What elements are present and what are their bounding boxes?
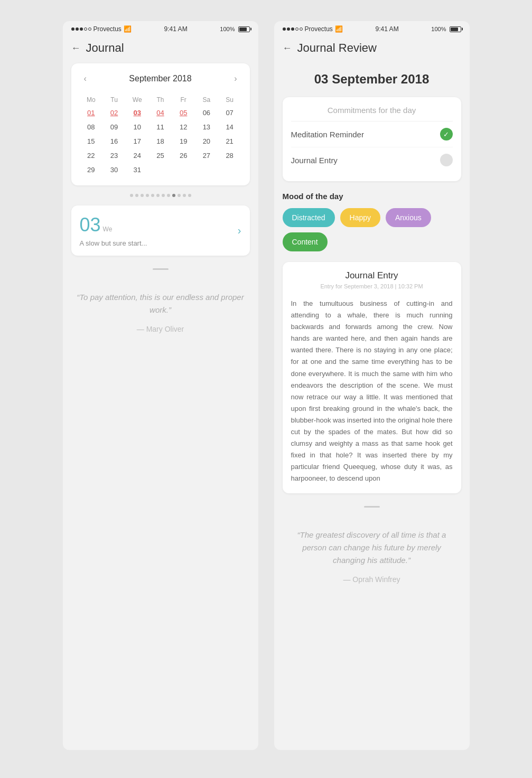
right-header: ← Journal Review (274, 37, 470, 63)
mood-chips: Distracted Happy Anxious Content (283, 208, 461, 251)
right-carrier-name: Provectus (305, 25, 333, 33)
rdot5 (300, 27, 303, 31)
weekday-tu: Tu (102, 94, 126, 106)
calendar-day-09[interactable]: 09 (102, 120, 126, 134)
left-time: 9:41 AM (164, 25, 188, 33)
calendar-next-button[interactable]: › (230, 72, 241, 86)
commitment-label-meditation: Meditation Reminder (291, 130, 364, 139)
pd3 (141, 194, 144, 197)
calendar-grid: Mo Tu We Th Fr Sa Su 0102030405060708091… (80, 94, 241, 177)
left-battery-pct: 100% (220, 26, 235, 32)
calendar-day-16[interactable]: 16 (102, 134, 126, 148)
calendar-day-02[interactable]: 02 (102, 106, 126, 120)
calendar-day-15[interactable]: 15 (80, 134, 103, 148)
journal-card-title: Journal Entry (291, 270, 453, 281)
calendar-day-14[interactable]: 14 (218, 120, 241, 134)
left-status-right: 100% (220, 26, 249, 32)
pd10 (178, 194, 181, 197)
dot5 (88, 27, 91, 31)
rdot4 (295, 27, 298, 31)
day-card-left: 03We A slow but sure start... (80, 214, 147, 247)
calendar-week-row-1: 08091011121314 (80, 120, 241, 134)
calendar-day-19[interactable]: 19 (172, 134, 195, 148)
calendar-day-empty (149, 163, 172, 177)
calendar-day-24[interactable]: 24 (126, 148, 149, 163)
calendar-nav: ‹ September 2018 › (80, 72, 241, 86)
left-quote-section: “To pay attention, this is our endless a… (63, 283, 258, 342)
day-number: 03We (80, 214, 147, 236)
left-back-button[interactable]: ← (71, 43, 81, 54)
calendar-day-25[interactable]: 25 (149, 148, 172, 163)
signal-dots (71, 27, 91, 31)
calendar-day-22[interactable]: 22 (80, 148, 103, 163)
commitment-label-journal: Journal Entry (291, 156, 338, 165)
mood-chip-anxious[interactable]: Anxious (386, 208, 431, 227)
calendar-day-03[interactable]: 03 (126, 106, 149, 120)
calendar-day-06[interactable]: 06 (195, 106, 218, 120)
pd11 (183, 194, 186, 197)
calendar-day-10[interactable]: 10 (126, 120, 149, 134)
left-status-bar: Provectus 📶 9:41 AM 100% (63, 21, 258, 37)
mood-chip-happy[interactable]: Happy (340, 208, 380, 227)
right-battery-pct: 100% (431, 26, 446, 32)
rdot3 (291, 27, 294, 31)
calendar-day-28[interactable]: 28 (218, 148, 241, 163)
pd8 (167, 194, 170, 197)
dot2 (76, 27, 79, 31)
mood-chip-content[interactable]: Content (283, 232, 328, 251)
calendar-day-07[interactable]: 07 (218, 106, 241, 120)
left-quote-author: — Mary Oliver (76, 325, 246, 333)
calendar-day-04[interactable]: 04 (149, 106, 172, 120)
left-page-title: Journal (86, 41, 124, 55)
right-page-title: Journal Review (297, 41, 377, 55)
pd5 (151, 194, 154, 197)
dot3 (80, 27, 83, 31)
dot1 (71, 27, 74, 31)
calendar-day-13[interactable]: 13 (195, 120, 218, 134)
calendar-day-20[interactable]: 20 (195, 134, 218, 148)
day-weekday: We (103, 226, 113, 233)
calendar-day-17[interactable]: 17 (126, 134, 149, 148)
calendar-day-26[interactable]: 26 (172, 148, 195, 163)
left-header: ← Journal (63, 37, 258, 63)
rdot2 (287, 27, 290, 31)
calendar-prev-button[interactable]: ‹ (80, 72, 91, 86)
calendar-day-23[interactable]: 23 (102, 148, 126, 163)
weekday-su: Su (218, 94, 241, 106)
mood-chip-distracted[interactable]: Distracted (283, 208, 335, 227)
calendar-day-30[interactable]: 30 (102, 163, 126, 177)
day-number-text: 03 (80, 214, 101, 236)
calendar-day-empty (218, 163, 241, 177)
pd6 (156, 194, 160, 197)
right-back-button[interactable]: ← (283, 43, 292, 54)
calendar-day-08[interactable]: 08 (80, 120, 103, 134)
right-quote-section: “The greatest discovery of all time is t… (274, 520, 470, 592)
dot4 (84, 27, 87, 31)
weekday-sa: Sa (195, 94, 218, 106)
calendar-day-21[interactable]: 21 (218, 134, 241, 148)
commitment-check-done: ✓ (440, 128, 453, 140)
calendar-day-05[interactable]: 05 (172, 106, 195, 120)
mood-section: Mood of the day Distracted Happy Anxious… (283, 192, 461, 251)
calendar-day-31[interactable]: 31 (126, 163, 149, 177)
calendar-week-row-2: 15161718192021 (80, 134, 241, 148)
calendar-day-01[interactable]: 01 (80, 106, 103, 120)
right-status-bar: Provectus 📶 9:41 AM 100% (274, 21, 470, 37)
calendar-day-29[interactable]: 29 (80, 163, 103, 177)
day-card-arrow: › (238, 224, 241, 237)
weekday-we: We (126, 94, 149, 106)
right-status-right: 100% (431, 26, 461, 32)
calendar-day-18[interactable]: 18 (149, 134, 172, 148)
weekday-header-row: Mo Tu We Th Fr Sa Su (80, 94, 241, 106)
day-card[interactable]: 03We A slow but sure start... › (71, 205, 250, 256)
calendar-day-12[interactable]: 12 (172, 120, 195, 134)
left-quote-text: “To pay attention, this is our endless a… (76, 291, 246, 316)
weekday-mo: Mo (80, 94, 103, 106)
calendar-day-11[interactable]: 11 (149, 120, 172, 134)
left-carrier: Provectus 📶 (71, 25, 132, 33)
right-wifi-icon: 📶 (335, 25, 343, 33)
calendar-card: ‹ September 2018 › Mo Tu We Th Fr Sa Su … (71, 63, 250, 185)
calendar-day-27[interactable]: 27 (195, 148, 218, 163)
calendar-day-empty (172, 163, 195, 177)
commitment-check-empty (440, 154, 453, 166)
